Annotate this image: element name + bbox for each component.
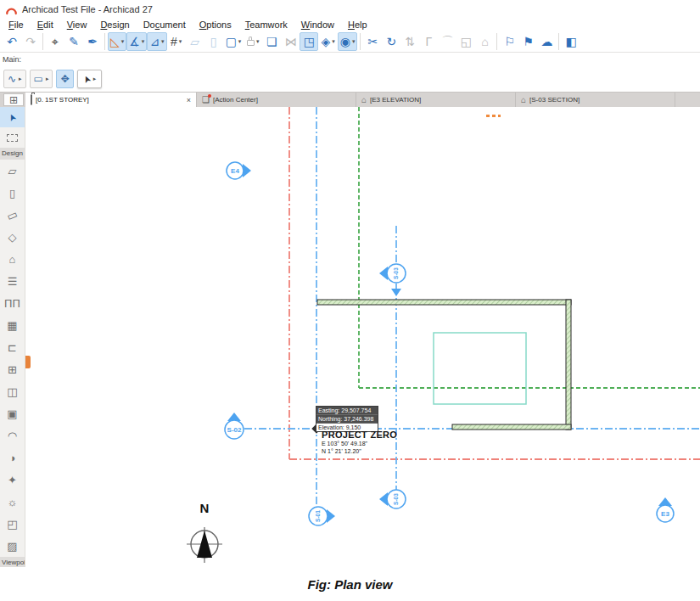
info-row-northing: Northing: 37,246.398	[316, 415, 378, 424]
marquee-flyout-button[interactable]: ▭▸	[30, 70, 53, 88]
arrow-tool[interactable]: ➤	[0, 107, 25, 127]
docked-palette-handle[interactable]	[25, 356, 31, 368]
menu-window[interactable]: Window	[294, 19, 341, 31]
fillet-button[interactable]: ⌒	[438, 32, 456, 51]
wall-bottom[interactable]	[452, 424, 571, 430]
wall-right[interactable]	[566, 300, 571, 430]
trim-corner-button[interactable]: Γ	[419, 32, 438, 51]
zone-rectangle[interactable]	[434, 333, 526, 404]
menu-document[interactable]: Document	[137, 19, 193, 31]
flyout-arrow-icon[interactable]: ▸	[19, 76, 22, 82]
zone-tool[interactable]: ◰	[0, 513, 25, 535]
section-marker-s-03[interactable]: S-03	[379, 264, 406, 283]
magnet-button[interactable]: ⋈	[281, 32, 300, 51]
menu-view[interactable]: View	[60, 19, 94, 31]
redo-button[interactable]: ↷	[21, 32, 40, 51]
railing-tool[interactable]: ΠΠ	[0, 292, 25, 314]
tab-s-03-section[interactable]: ⌂[S-03 SECTION]	[516, 93, 675, 107]
mesh-tool[interactable]: ▨	[0, 535, 25, 557]
snap-guides-button[interactable]: ∡▾	[126, 32, 147, 51]
arrow-flyout-button[interactable]: ➤▸	[77, 70, 103, 88]
tab-e3-elevation[interactable]: ⌂[E3 ELEVATION]	[356, 93, 516, 107]
north-arrow[interactable]: N	[187, 501, 222, 563]
grid-icon: #	[171, 36, 177, 48]
close-tab-icon[interactable]: ×	[180, 96, 191, 104]
quad-view-button[interactable]: ⊞	[3, 93, 24, 106]
marquee-tool[interactable]	[0, 127, 25, 148]
dropdown-caret-icon[interactable]: ▾	[332, 38, 335, 44]
tab-action-center[interactable]: ❏[Action Center]	[197, 93, 356, 107]
section-marker-s-03[interactable]: S-03	[379, 490, 406, 508]
beam-tool[interactable]: ▭	[0, 204, 25, 226]
flyout-arrow-icon[interactable]: ▸	[46, 76, 49, 82]
dropdown-caret-icon[interactable]: ▾	[121, 38, 125, 44]
flag-note-button[interactable]: ⚑	[518, 32, 537, 51]
layers-button[interactable]: ◈▾	[318, 32, 337, 51]
inject-parameters-button[interactable]: ✒	[83, 32, 102, 51]
cursor-icon: ➤	[6, 111, 20, 123]
home-icon: ⌂	[481, 36, 488, 48]
lamp-tool[interactable]: ☼	[0, 491, 25, 513]
wall-top[interactable]	[317, 300, 571, 305]
reference-button[interactable]: ▯	[204, 32, 223, 51]
adjust-button[interactable]: ↻	[382, 32, 400, 51]
split-button[interactable]: ✂	[363, 32, 382, 51]
curtain-wall-tool[interactable]: ▦	[0, 314, 25, 336]
undo-button[interactable]: ↶	[3, 32, 21, 51]
snap-points-button[interactable]: ⊿▾	[147, 32, 166, 51]
menu-file[interactable]: File	[2, 19, 31, 31]
column-tool[interactable]: ▯	[0, 182, 25, 204]
grid-snap-button[interactable]: #▾	[167, 32, 186, 51]
dropdown-caret-icon[interactable]: ▾	[238, 38, 242, 44]
menu-edit[interactable]: Edit	[31, 19, 60, 31]
elevate-button[interactable]: ⇅	[400, 32, 419, 51]
guide-lines-button[interactable]: ◺▾	[108, 32, 126, 51]
dropdown-caret-icon[interactable]: ▾	[161, 38, 165, 44]
suspend-groups-button[interactable]: ◳	[300, 32, 318, 51]
door-tool[interactable]: ⊏	[0, 336, 25, 358]
window-tool[interactable]: ⊞	[0, 358, 25, 380]
north-label: N	[200, 501, 210, 515]
wall-tool[interactable]: ▱	[0, 160, 25, 182]
home-button[interactable]: ⌂	[475, 32, 494, 51]
section-marker-s-01[interactable]: S-01	[309, 507, 335, 525]
resize-button[interactable]: ◱	[456, 32, 475, 51]
dropdown-caret-icon[interactable]: ▾	[256, 38, 260, 44]
stair-tool[interactable]: ☰	[0, 270, 25, 292]
menu-teamwork[interactable]: Teamwork	[238, 19, 294, 31]
menu-design[interactable]: Design	[93, 19, 136, 31]
menu-options[interactable]: Options	[193, 19, 238, 31]
orientation-button[interactable]: ◉▾	[338, 32, 358, 51]
object-tool[interactable]: ✦	[0, 469, 25, 491]
dropdown-caret-icon[interactable]: ▾	[179, 38, 182, 44]
roof-tool[interactable]: ⌂	[0, 248, 25, 270]
flyout-arrow-icon[interactable]: ▸	[93, 76, 97, 82]
menu-help[interactable]: Help	[341, 19, 374, 31]
marquee-options-button[interactable]: ▢▾	[223, 32, 244, 51]
skylight-tool[interactable]: ◫	[0, 380, 25, 402]
morph-tool[interactable]: ◑	[0, 447, 25, 469]
slab-tool[interactable]: ◇	[0, 226, 25, 248]
dropdown-caret-icon[interactable]: ▾	[142, 38, 145, 44]
pan-button[interactable]: ✥	[56, 70, 73, 88]
coordinate-info-box: Easting: 29,507.754Northing: 37,246.398E…	[316, 406, 378, 432]
opening-tool[interactable]: ▣	[0, 402, 25, 424]
shell-tool[interactable]: ◠	[0, 424, 25, 447]
cloud-button[interactable]: ☁	[537, 32, 556, 51]
polyline-flyout-button[interactable]: ∿▸	[3, 70, 26, 88]
section-marker-s-02[interactable]: S-02	[225, 413, 244, 439]
flag-button[interactable]: ⚐	[500, 32, 518, 51]
groups-button[interactable]: ❏	[262, 32, 281, 51]
overlap-shapes-button[interactable]: ◧	[562, 32, 580, 51]
lock-button[interactable]: ▾	[244, 32, 262, 51]
dropdown-caret-icon[interactable]: ▾	[352, 38, 356, 44]
info-row-easting: Easting: 29,507.754	[316, 407, 378, 415]
elevation-marker-e3[interactable]: E3	[657, 497, 674, 522]
pick-up-parameters-button[interactable]: ⌖	[46, 32, 64, 51]
marker-label: S-03	[393, 493, 399, 505]
tab-0-1st-storey[interactable]: [0. 1ST STOREY]×	[25, 93, 197, 107]
elevation-marker-e4[interactable]: E4	[227, 162, 251, 179]
trace-button[interactable]: ▱	[186, 32, 204, 51]
plan-canvas[interactable]: N E4S-03S-02S-01S-03E3 Easting: 29,507.7…	[25, 107, 700, 567]
eyedropper-button[interactable]: ✎	[64, 32, 83, 51]
